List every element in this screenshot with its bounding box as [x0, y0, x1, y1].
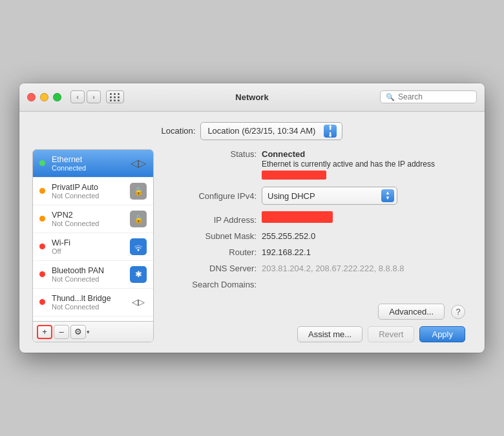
ethernet-icon: ◁▷ [130, 155, 147, 172]
item-status-vpn2: Not Connected [52, 220, 123, 227]
minimize-button[interactable] [40, 93, 48, 101]
router-label: Router: [168, 247, 262, 257]
item-name-vpn2: VPN2 [52, 211, 123, 220]
traffic-lights [27, 93, 61, 101]
subnet-row: Subnet Mask: 255.255.252.0 [168, 231, 465, 241]
domains-label: Search Domains: [168, 280, 262, 289]
configure-value: Using DHCP [268, 191, 315, 201]
titlebar: ‹ › Network 🔍 [19, 83, 485, 112]
action-row: Assist me... Revert Apply [168, 326, 465, 342]
status-label: Status: [168, 149, 262, 159]
close-button[interactable] [27, 93, 36, 101]
location-label: Location: [162, 126, 196, 136]
ip-label: IP Address: [168, 215, 262, 225]
thunderbolt-icon: ◁▷ [130, 294, 147, 311]
ip-address-value [262, 211, 333, 223]
search-input[interactable] [398, 92, 471, 101]
item-name-privatip: PrivatIP Auto [52, 183, 123, 192]
sidebar-item-vpn2[interactable]: VPN2 Not Connected 🔒 [33, 205, 153, 233]
detail-content: Status: Connected Ethernet is currently … [162, 149, 472, 296]
configure-label: Configure IPv4: [168, 191, 262, 201]
status-dot-vpn2 [39, 216, 45, 222]
lock-icon-vpn2: 🔒 [130, 211, 147, 227]
sidebar-item-thunderbolt[interactable]: Thund...lt Bridge Not Connected ◁▷ [33, 289, 153, 317]
item-name-bluetooth: Bluetooth PAN [52, 266, 123, 275]
detail-bottom: Advanced... ? Assist me... Revert Apply [162, 304, 472, 342]
status-value: Connected [262, 149, 305, 159]
advanced-button[interactable]: Advanced... [378, 304, 445, 320]
domains-row: Search Domains: [168, 280, 465, 289]
main-panel: Ethernet Connected ◁▷ PrivatIP Auto Not … [32, 149, 472, 343]
sidebar-item-privatip[interactable]: PrivatIP Auto Not Connected 🔒 [33, 178, 153, 205]
search-icon: 🔍 [386, 93, 395, 101]
app-grid-button[interactable] [106, 90, 124, 103]
item-name-thunderbolt: Thund...lt Bridge [52, 294, 123, 303]
status-dot-ethernet [39, 160, 45, 166]
assist-button[interactable]: Assist me... [297, 326, 362, 342]
sidebar: Ethernet Connected ◁▷ PrivatIP Auto Not … [32, 149, 154, 343]
gear-icon[interactable]: ⚙ [70, 325, 86, 339]
bluetooth-icon: ✱ [130, 266, 147, 283]
item-status-privatip: Not Connected [52, 192, 123, 200]
sidebar-toolbar: + – ⚙ ▾ [33, 321, 153, 342]
dns-row: DNS Server: 203.81.204.2, 208.67.222.222… [168, 264, 465, 273]
subnet-label: Subnet Mask: [168, 231, 262, 241]
location-select-arrow: ⬆︎⬇︎ [324, 125, 337, 138]
network-window: ‹ › Network 🔍 Location: Location (6/23/1… [19, 83, 485, 353]
sidebar-item-ethernet[interactable]: Ethernet Connected ◁▷ [33, 150, 153, 178]
status-dot-thunderbolt [39, 299, 45, 305]
dns-label: DNS Server: [168, 264, 262, 273]
location-select[interactable]: Location (6/23/15, 10:34 AM) ⬆︎⬇︎ [200, 122, 342, 140]
location-row: Location: Location (6/23/15, 10:34 AM) ⬆… [32, 122, 472, 140]
configure-row: Configure IPv4: Using DHCP ▲▼ [168, 187, 465, 205]
router-value: 192.168.22.1 [262, 247, 311, 257]
remove-network-button[interactable]: – [54, 325, 69, 339]
add-network-button[interactable]: + [37, 325, 52, 339]
apply-button[interactable]: Apply [419, 326, 465, 342]
dns-value: 203.81.204.2, 208.67.222.222, 8.8.8.8 [262, 264, 404, 273]
status-dot-privatip [39, 188, 45, 194]
maximize-button[interactable] [53, 93, 61, 101]
sidebar-list: Ethernet Connected ◁▷ PrivatIP Auto Not … [33, 150, 153, 322]
configure-arrow-icon: ▲▼ [381, 189, 394, 202]
item-status-ethernet: Connected [52, 164, 123, 172]
item-status-thunderbolt: Not Connected [52, 303, 123, 311]
sidebar-item-bluetooth[interactable]: Bluetooth PAN Not Connected ✱ [33, 261, 153, 289]
nav-buttons: ‹ › [70, 90, 101, 103]
item-status-bluetooth: Not Connected [52, 275, 123, 283]
location-value: Location (6/23/15, 10:34 AM) [207, 126, 315, 136]
gear-chevron-icon: ▾ [87, 329, 90, 335]
subnet-value: 255.255.252.0 [262, 231, 315, 241]
item-name-ethernet: Ethernet [52, 155, 123, 164]
item-name-wifi: Wi-Fi [52, 238, 123, 247]
wifi-icon [130, 238, 147, 255]
ip-row: IP Address: [168, 211, 465, 225]
forward-button[interactable]: › [87, 90, 101, 103]
lock-icon-privatip: 🔒 [130, 183, 147, 200]
configure-select[interactable]: Using DHCP ▲▼ [262, 187, 397, 205]
item-status-wifi: Off [52, 247, 123, 255]
detail-panel: Status: Connected Ethernet is currently … [162, 149, 472, 343]
help-button[interactable]: ? [451, 305, 465, 319]
back-button[interactable]: ‹ [70, 90, 85, 103]
window-title: Network [235, 92, 268, 102]
status-description: Ethernet is currently active and has the… [262, 160, 435, 180]
status-dot-bluetooth [39, 271, 45, 277]
revert-button[interactable]: Revert [368, 326, 414, 342]
search-bar[interactable]: 🔍 [380, 90, 477, 103]
advanced-row: Advanced... ? [168, 304, 465, 320]
sidebar-item-wifi[interactable]: Wi-Fi Off [33, 233, 153, 261]
gear-menu-button[interactable]: ⚙ ▾ [70, 325, 90, 339]
status-row: Status: Connected Ethernet is currently … [168, 149, 465, 181]
content-area: Location: Location (6/23/15, 10:34 AM) ⬆… [19, 112, 485, 353]
status-dot-wifi [39, 244, 45, 249]
router-row: Router: 192.168.22.1 [168, 247, 465, 257]
ip-redacted-inline [262, 171, 326, 180]
